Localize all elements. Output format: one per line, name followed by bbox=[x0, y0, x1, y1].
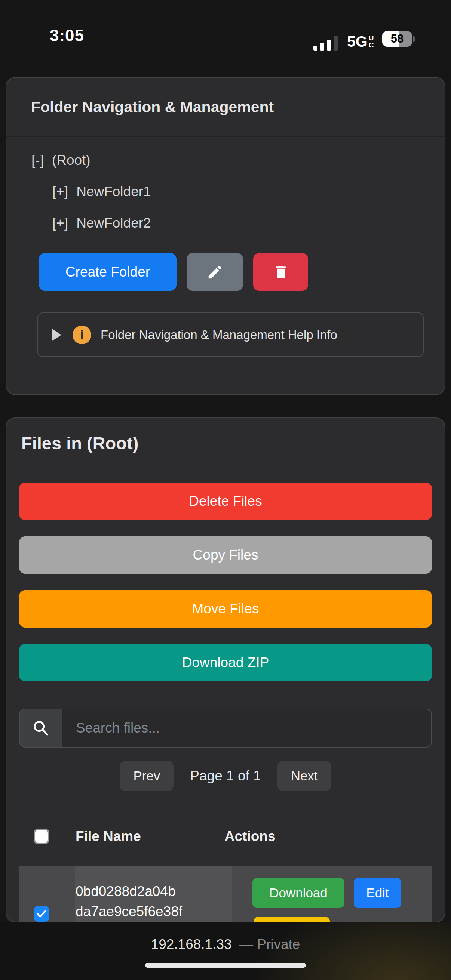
edit-button[interactable]: Edit bbox=[354, 878, 401, 908]
browser-url-bar[interactable]: 192.168.1.33 — Private bbox=[0, 937, 451, 952]
battery-tip bbox=[413, 36, 416, 42]
folder-tree: [-] (Root) [+] NewFolder1 [+] NewFolder2… bbox=[6, 137, 445, 357]
delete-files-button[interactable]: Delete Files bbox=[19, 482, 432, 520]
search-icon bbox=[31, 718, 51, 738]
file-table-header: File Name Actions bbox=[19, 825, 432, 848]
tree-item-root[interactable]: [-] (Root) bbox=[32, 145, 430, 176]
tree-toggle-newfolder1[interactable]: [+] bbox=[53, 184, 68, 200]
folder-navigation-card: Folder Navigation & Management [-] (Root… bbox=[6, 77, 445, 395]
files-card-title: Files in (Root) bbox=[21, 433, 432, 454]
clock-label: 3:05 bbox=[50, 26, 84, 45]
info-icon: i bbox=[73, 326, 91, 344]
help-accordion-title[interactable]: Folder Navigation & Management Help Info bbox=[100, 328, 337, 342]
delete-folder-button[interactable] bbox=[253, 253, 308, 291]
create-folder-button[interactable]: Create Folder bbox=[39, 253, 177, 291]
search-input[interactable] bbox=[62, 709, 432, 748]
folder-actions-row: Create Folder bbox=[39, 253, 430, 291]
column-header-actions: Actions bbox=[225, 829, 276, 844]
battery-icon: 58 bbox=[382, 31, 412, 47]
browser-bottom-bar: 192.168.1.33 — Private bbox=[0, 923, 451, 980]
download-zip-button[interactable]: Download ZIP bbox=[19, 644, 432, 681]
folder-card-header: Folder Navigation & Management bbox=[6, 78, 445, 137]
help-accordion[interactable]: i Folder Navigation & Management Help In… bbox=[37, 312, 424, 357]
copy-files-button[interactable]: Copy Files bbox=[19, 536, 432, 574]
page-indicator: Page 1 of 1 bbox=[190, 768, 261, 784]
tree-label-newfolder1[interactable]: NewFolder1 bbox=[76, 184, 151, 200]
iphone-screen: 3:05 5G U C 58 Folder Navigation & Manag… bbox=[0, 0, 451, 980]
file-name: 0bd0288d2a04b da7ae9ce5f6e38f bbox=[75, 881, 183, 922]
disclosure-triangle-icon[interactable] bbox=[52, 329, 61, 341]
privacy-label: — Private bbox=[239, 937, 300, 952]
url-text[interactable]: 192.168.1.33 bbox=[151, 937, 232, 952]
tree-item-newfolder2[interactable]: [+] NewFolder2 bbox=[32, 207, 430, 239]
pencil-icon bbox=[206, 264, 224, 281]
prev-page-button[interactable]: Prev bbox=[120, 761, 174, 791]
network-type-label: 5G U C bbox=[347, 33, 374, 51]
tree-label-root[interactable]: (Root) bbox=[52, 153, 91, 168]
partial-action-button[interactable] bbox=[253, 917, 330, 923]
tree-item-newfolder1[interactable]: [+] NewFolder1 bbox=[32, 176, 430, 207]
search-bar bbox=[19, 709, 432, 748]
folder-card-title: Folder Navigation & Management bbox=[31, 98, 274, 116]
select-all-checkbox[interactable] bbox=[33, 829, 49, 844]
file-row: 0bd0288d2a04b da7ae9ce5f6e38f Download E… bbox=[19, 866, 432, 923]
checkmark-icon bbox=[35, 907, 48, 920]
files-card: Files in (Root) Delete Files Copy Files … bbox=[6, 417, 445, 923]
trash-icon bbox=[273, 264, 289, 280]
battery-percent: 58 bbox=[382, 31, 412, 47]
rename-folder-button[interactable] bbox=[186, 253, 243, 291]
home-indicator[interactable] bbox=[145, 963, 306, 968]
tree-label-newfolder2[interactable]: NewFolder2 bbox=[76, 215, 151, 231]
search-addon[interactable] bbox=[19, 709, 62, 748]
next-page-button[interactable]: Next bbox=[277, 761, 331, 791]
pagination: Prev Page 1 of 1 Next bbox=[19, 761, 432, 791]
move-files-button[interactable]: Move Files bbox=[19, 590, 432, 628]
download-button[interactable]: Download bbox=[252, 878, 344, 908]
tree-toggle-newfolder2[interactable]: [+] bbox=[53, 215, 68, 231]
row-checkbox[interactable] bbox=[33, 906, 49, 922]
column-header-file-name: File Name bbox=[75, 829, 141, 844]
tree-toggle-root[interactable]: [-] bbox=[32, 153, 44, 168]
cellular-signal-icon bbox=[313, 36, 338, 51]
